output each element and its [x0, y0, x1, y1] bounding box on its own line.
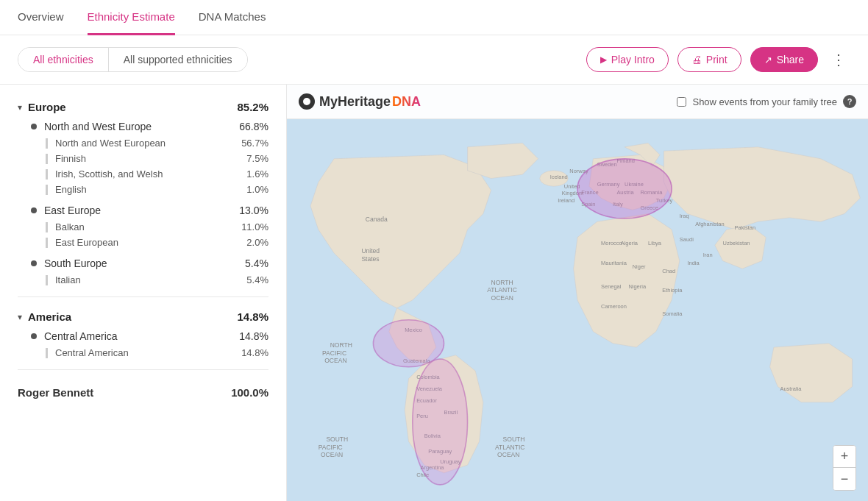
- map-label-spo: SOUTH: [326, 436, 348, 443]
- divider-2: [18, 369, 268, 370]
- map-label-ethiopia: Ethiopia: [662, 287, 683, 294]
- filter-toggle: All ethnicities All supported ethnicitie…: [18, 47, 248, 72]
- main-content: ▾ Europe 85.2% North and West Europe 66.…: [0, 85, 868, 501]
- map-label-us: United: [361, 247, 380, 255]
- map-label-cameroon: Cameroon: [601, 303, 627, 310]
- central-america-name: Central America: [44, 330, 239, 342]
- america-chevron: ▾: [18, 312, 22, 322]
- bullet-icon: [31, 124, 37, 129]
- bar-icon: [46, 138, 48, 149]
- top-nav: Overview Ethnicity Estimate DNA Matches: [0, 0, 868, 35]
- map-label-npo: NORTH: [330, 341, 352, 349]
- map-container: Canada United States NORTH PACIFIC OCEAN…: [287, 121, 868, 501]
- europe-highlight: [577, 159, 672, 218]
- bar-icon: [46, 222, 48, 232]
- filter-all-supported[interactable]: All supported ethnicities: [109, 48, 247, 71]
- ee-item-1-name: East European: [55, 237, 246, 248]
- nwe-item-2-name: Irish, Scottish, and Welsh: [55, 168, 246, 180]
- map-label-mauritania: Mauritania: [601, 260, 627, 266]
- north-west-europe-name: North and West Europe: [44, 121, 239, 132]
- bar-icon: [46, 169, 48, 180]
- logo-circle-inner: [303, 98, 310, 105]
- nwe-item-3: English 1.0%: [0, 182, 286, 197]
- ee-item-1-pct: 2.0%: [246, 237, 268, 248]
- map-label-nao3: OCEAN: [491, 294, 513, 302]
- show-events-control: Show events from your family tree ?: [677, 95, 856, 108]
- europe-group: ▾ Europe 85.2% North and West Europe 66.…: [0, 96, 286, 288]
- north-west-europe-row[interactable]: North and West Europe 66.8%: [0, 118, 286, 135]
- america-header[interactable]: ▾ America 14.8%: [0, 306, 286, 327]
- europe-name: Europe: [28, 101, 237, 113]
- ca-item-0-name: Central American: [55, 347, 241, 358]
- nav-overview[interactable]: Overview: [18, 0, 64, 35]
- map-label-spo2: PACIFIC: [319, 444, 343, 451]
- bullet-icon: [31, 333, 37, 339]
- europe-chevron: ▾: [18, 102, 22, 113]
- map-label-saudi: Saudi: [680, 236, 694, 243]
- bar-icon: [46, 185, 48, 195]
- se-item-0-name: Italian: [55, 274, 246, 285]
- filter-all-ethnicities[interactable]: All ethnicities: [18, 48, 108, 71]
- ca-item-0: Central American 14.8%: [0, 345, 286, 360]
- map-area: MyHeritage DNA Show events from your fam…: [287, 85, 868, 501]
- europe-header[interactable]: ▾ Europe 85.2%: [0, 96, 286, 118]
- total-row: Roger Bennett 100.0%: [0, 379, 286, 406]
- east-europe-row[interactable]: East Europe 13.0%: [0, 202, 286, 219]
- america-pct: 14.8%: [237, 310, 268, 323]
- map-header: MyHeritage DNA Show events from your fam…: [287, 85, 868, 119]
- central-america-row[interactable]: Central America 14.8%: [0, 327, 286, 345]
- zoom-in-button[interactable]: +: [833, 446, 855, 468]
- map-label-morocco: Morocco: [601, 240, 622, 246]
- divider: [18, 296, 268, 297]
- logo-circle-icon: [299, 93, 315, 110]
- nwe-item-0-name: North and West European: [55, 138, 241, 149]
- nwe-item-1-name: Finnish: [55, 153, 246, 164]
- europe-pct: 85.2%: [237, 101, 268, 113]
- south-europe-row[interactable]: South Europe 5.4%: [0, 255, 286, 272]
- filter-bar: All ethnicities All supported ethnicitie…: [0, 35, 868, 85]
- bullet-icon: [31, 260, 37, 266]
- ee-item-1: East European 2.0%: [0, 235, 286, 250]
- nwe-item-3-pct: 1.0%: [246, 184, 268, 195]
- map-label-senegal: Senegal: [601, 283, 622, 290]
- world-map-svg: Canada United States NORTH PACIFIC OCEAN…: [287, 121, 868, 501]
- nwe-item-2-pct: 1.6%: [246, 168, 268, 180]
- show-events-label: Show events from your family tree: [692, 96, 837, 107]
- south-america-highlight: [413, 359, 468, 485]
- share-icon: ↗: [764, 54, 772, 65]
- map-label-afghan: Afghanistan: [695, 221, 724, 227]
- bar-icon: [46, 154, 48, 164]
- nwe-item-0: North and West European 56.7%: [0, 135, 286, 151]
- print-button[interactable]: 🖨 Print: [677, 47, 741, 72]
- map-label-npo3: OCEAN: [324, 357, 346, 364]
- help-icon[interactable]: ?: [843, 95, 856, 108]
- east-europe-pct: 13.0%: [239, 205, 268, 216]
- map-label-iceland: Iceland: [550, 174, 568, 180]
- play-intro-button[interactable]: ▶ Play Intro: [586, 47, 669, 72]
- total-person-name: Roger Bennett: [18, 386, 231, 399]
- east-europe-name: East Europe: [44, 205, 239, 216]
- zoom-controls: + −: [833, 445, 856, 491]
- map-label-nao2: ATLANTIC: [487, 286, 517, 294]
- map-label-niger: Niger: [633, 263, 646, 270]
- bar-icon: [46, 238, 48, 248]
- map-label-canada: Canada: [366, 216, 388, 223]
- zoom-out-button[interactable]: −: [833, 468, 855, 490]
- share-button[interactable]: ↗ Share: [750, 47, 818, 72]
- map-label-chad: Chad: [662, 268, 675, 274]
- map-label-australia: Australia: [780, 385, 802, 392]
- nwe-item-2: Irish, Scottish, and Welsh 1.6%: [0, 166, 286, 182]
- south-europe-name: South Europe: [44, 257, 245, 269]
- ee-item-0-pct: 11.0%: [241, 221, 268, 232]
- south-europe-pct: 5.4%: [245, 257, 268, 269]
- map-label-npo2: PACIFIC: [322, 349, 346, 357]
- show-events-checkbox[interactable]: [677, 97, 686, 107]
- nwe-item-1: Finnish 7.5%: [0, 151, 286, 166]
- nav-ethnicity-estimate[interactable]: Ethnicity Estimate: [88, 0, 175, 35]
- print-icon: 🖨: [691, 54, 702, 65]
- map-label-nao: NORTH: [491, 279, 513, 286]
- nav-dna-matches[interactable]: DNA Matches: [199, 0, 266, 35]
- map-label-nigeria: Nigeria: [628, 283, 647, 290]
- more-options-button[interactable]: ⋮: [827, 48, 850, 71]
- map-label-india: India: [687, 260, 700, 266]
